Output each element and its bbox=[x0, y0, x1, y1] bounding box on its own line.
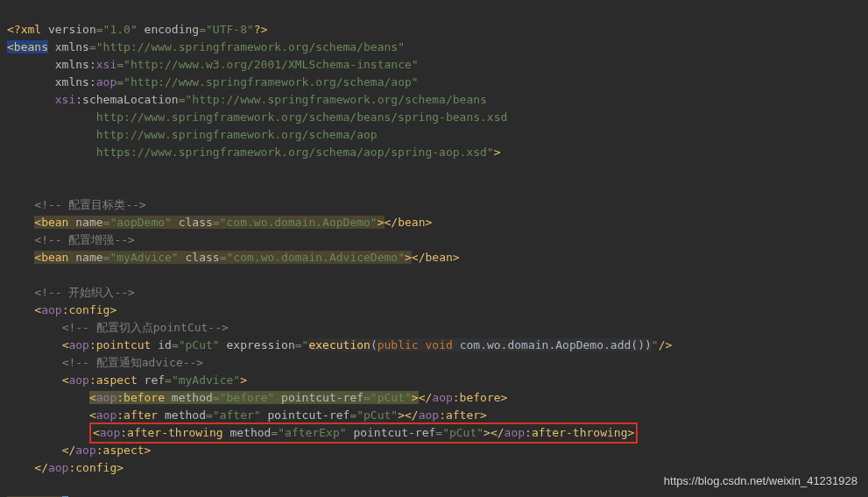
bean-aopdemo: <bean name="aopDemo" class="com.wo.domai… bbox=[7, 216, 432, 229]
xmlns-aop: xmlns:aop="http://www.springframework.or… bbox=[7, 75, 419, 89]
comment-weave: <!-- 开始织入--> bbox=[7, 286, 135, 299]
xml-declaration: <?xml version="1.0" encoding="UTF-8"?> bbox=[7, 23, 267, 36]
comment-advice: <!-- 配置增强--> bbox=[7, 233, 135, 246]
watermark: https://blog.csdn.net/weixin_41231928 bbox=[664, 472, 857, 490]
schema-location-line2: http://www.springframework.org/schema/be… bbox=[7, 110, 507, 124]
aop-config-open: <aop:config> bbox=[7, 303, 116, 316]
bean-myadvice: <bean name="myAdvice" class="com.wo.doma… bbox=[7, 251, 460, 264]
aop-before: <aop:before method="before" pointcut-ref… bbox=[7, 391, 507, 404]
comment-aspect: <!-- 配置通知advice--> bbox=[7, 356, 203, 369]
aop-aspect-close: </aop:aspect> bbox=[7, 444, 151, 457]
aop-after-throwing: <aop:after-throwing method="afterExp" po… bbox=[7, 426, 638, 439]
comment-target: <!-- 配置目标类--> bbox=[7, 198, 146, 211]
code-editor: <?xml version="1.0" encoding="UTF-8"?> <… bbox=[0, 0, 868, 497]
aop-config-close: </aop:config> bbox=[7, 461, 123, 474]
aop-aspect-open: <aop:aspect ref="myAdvice"> bbox=[7, 373, 247, 387]
beans-open-tag: <beans xmlns="http://www.springframework… bbox=[7, 40, 405, 53]
aop-after: <aop:after method="after" pointcut-ref="… bbox=[7, 408, 487, 422]
comment-pointcut: <!-- 配置切入点pointCut--> bbox=[7, 321, 229, 334]
xmlns-xsi: xmlns:xsi="http://www.w3.org/2001/XMLSch… bbox=[7, 58, 419, 71]
schema-location-line4: https://www.springframework.org/schema/a… bbox=[7, 146, 501, 159]
schema-location: xsi:schemaLocation="http://www.springfra… bbox=[7, 93, 487, 106]
schema-location-line3: http://www.springframework.org/schema/ao… bbox=[7, 128, 378, 141]
aop-pointcut: <aop:pointcut id="pCut" expression="exec… bbox=[7, 338, 672, 351]
